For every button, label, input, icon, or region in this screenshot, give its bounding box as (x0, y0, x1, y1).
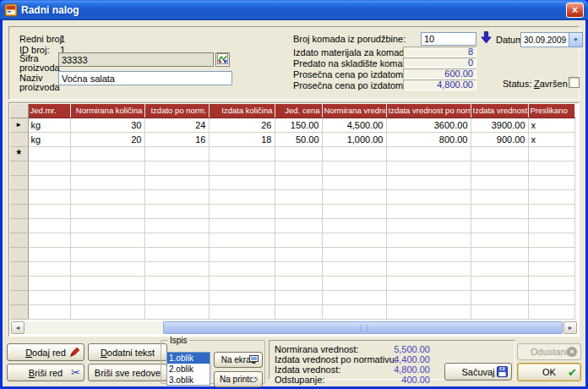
cell[interactable] (275, 218, 322, 233)
cell[interactable] (70, 290, 144, 304)
grid-corner-cell[interactable] (10, 104, 28, 118)
cell[interactable] (209, 189, 275, 204)
close-button[interactable]: × (566, 3, 584, 18)
cell[interactable] (209, 233, 275, 247)
row-selector[interactable] (10, 304, 28, 319)
cell[interactable] (144, 290, 209, 304)
cell[interactable] (528, 276, 574, 290)
ispis-listbox[interactable]: 1.oblik2.oblik3.oblik (166, 352, 210, 386)
cell[interactable] (209, 247, 275, 261)
row-selector[interactable] (10, 276, 28, 290)
cell[interactable] (528, 204, 574, 218)
cell[interactable] (322, 161, 386, 175)
cell[interactable] (209, 290, 275, 304)
cell[interactable]: 900.00 (471, 132, 528, 146)
cell[interactable] (528, 290, 574, 304)
cell[interactable] (322, 218, 386, 233)
cell[interactable] (322, 175, 386, 189)
cell[interactable] (471, 161, 528, 175)
broj-komada-input[interactable] (421, 32, 476, 46)
cell[interactable]: 4,500.00 (322, 118, 386, 132)
row-selector[interactable] (10, 290, 28, 304)
cell[interactable]: 150.00 (275, 118, 322, 132)
cell[interactable] (144, 204, 209, 218)
scroll-right-button[interactable]: ► (564, 321, 577, 334)
cell[interactable] (471, 218, 528, 233)
cell[interactable] (471, 175, 528, 189)
cell[interactable] (144, 189, 209, 204)
cell[interactable] (322, 233, 386, 247)
row-selector[interactable] (10, 233, 28, 247)
spin-down-arrow-icon[interactable] (481, 31, 492, 46)
cell[interactable] (471, 146, 528, 161)
na-ekran-button[interactable]: Na ekran (214, 352, 263, 368)
row-selector[interactable] (10, 175, 28, 189)
cell[interactable] (386, 233, 471, 247)
cell[interactable] (209, 304, 275, 319)
cell[interactable] (275, 204, 322, 218)
cell[interactable] (28, 290, 70, 304)
cell[interactable] (209, 261, 275, 276)
column-header[interactable]: Jed.mr. (28, 104, 70, 118)
cell[interactable] (528, 218, 574, 233)
cell[interactable] (209, 146, 275, 161)
brisi-sve-redove-button[interactable]: Briši sve redove (88, 364, 167, 381)
cell[interactable]: 1,000.00 (322, 132, 386, 146)
column-header[interactable]: Normirana vrednost (322, 104, 386, 118)
cell[interactable] (70, 247, 144, 261)
row-selector[interactable]: ► (10, 118, 28, 132)
row-selector[interactable] (10, 261, 28, 276)
cell[interactable] (471, 261, 528, 276)
cell[interactable]: kg (28, 118, 70, 132)
datum-dropdown-button[interactable]: ▼ (569, 33, 582, 47)
cell[interactable]: kg (28, 132, 70, 146)
column-header[interactable]: Preslikano (528, 104, 574, 118)
cell[interactable] (471, 290, 528, 304)
zavrsen-checkbox[interactable] (569, 77, 580, 88)
cell[interactable] (144, 276, 209, 290)
cell[interactable]: x (528, 118, 574, 132)
cell[interactable] (144, 218, 209, 233)
cell[interactable]: 800.00 (386, 132, 471, 146)
sifra-proizvoda-input[interactable] (58, 52, 214, 67)
ispis-option[interactable]: 1.oblik (167, 353, 210, 364)
row-selector[interactable] (10, 218, 28, 233)
cell[interactable] (275, 146, 322, 161)
ispis-option[interactable]: 3.oblik (167, 375, 210, 386)
cell[interactable] (471, 233, 528, 247)
cell[interactable] (28, 261, 70, 276)
cell[interactable] (528, 304, 574, 319)
column-header[interactable]: Izdata vrednost po norm. (386, 104, 471, 118)
cell[interactable] (471, 304, 528, 319)
cell[interactable] (144, 146, 209, 161)
cell[interactable] (275, 261, 322, 276)
dodaj-red-button[interactable]: Dodaj red (7, 343, 84, 361)
cell[interactable] (275, 233, 322, 247)
cell[interactable] (275, 175, 322, 189)
cell[interactable] (386, 276, 471, 290)
cell[interactable] (322, 247, 386, 261)
column-header[interactable]: Normirana količina (70, 104, 144, 118)
cell[interactable] (70, 276, 144, 290)
cell[interactable] (322, 304, 386, 319)
cell[interactable] (386, 290, 471, 304)
cell[interactable] (275, 290, 322, 304)
datum-combobox[interactable]: 30.09.2009 ▼ (520, 32, 583, 47)
cell[interactable] (144, 247, 209, 261)
cell[interactable] (209, 161, 275, 175)
cell[interactable] (471, 189, 528, 204)
cell[interactable]: 50.00 (275, 132, 322, 146)
brisi-red-button[interactable]: Briši red ✂ (7, 364, 84, 381)
cell[interactable] (28, 247, 70, 261)
cell[interactable] (144, 175, 209, 189)
row-selector[interactable] (10, 189, 28, 204)
cell[interactable] (275, 189, 322, 204)
cell[interactable]: 20 (70, 132, 144, 146)
column-header[interactable]: Izdata količina (209, 104, 275, 118)
naziv-proizvoda-input[interactable] (58, 71, 232, 85)
dodatni-tekst-button[interactable]: Dodatni tekst (88, 343, 167, 361)
cell[interactable] (209, 218, 275, 233)
cell[interactable] (528, 233, 574, 247)
cell[interactable] (528, 146, 574, 161)
cell[interactable] (275, 304, 322, 319)
